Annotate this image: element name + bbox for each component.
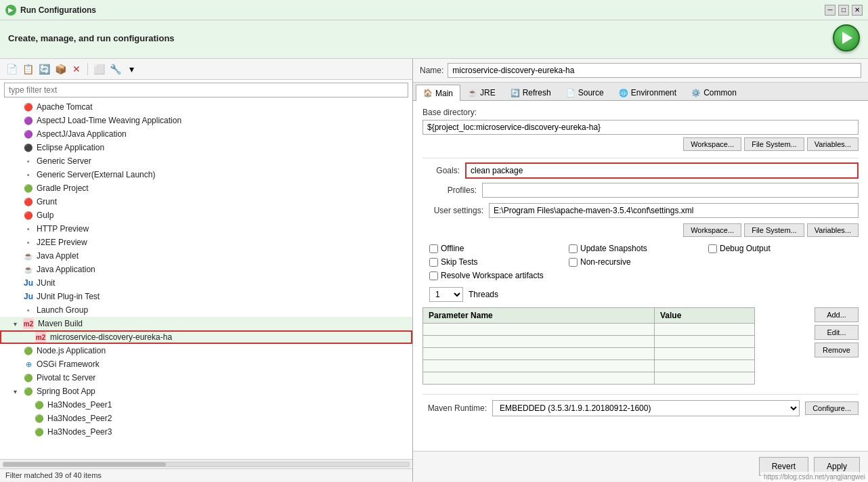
param-value-cell[interactable] [654, 324, 754, 336]
left-panel: 📄 📋 🔄 📦 ✕ ⬜ 🔧 ▾ 🔴 Apache Tomcat [0, 59, 413, 481]
tree-item-microservice[interactable]: m2 microservice-discovery-eureka-ha [0, 330, 412, 344]
update-snapshots-checkbox[interactable] [569, 244, 578, 253]
tab-refresh-label: Refresh [523, 88, 551, 97]
tree-item-peer1[interactable]: 🟢 Ha3Nodes_Peer1 [0, 398, 412, 412]
tree-item-apache-tomcat[interactable]: 🔴 Apache Tomcat [0, 100, 412, 114]
left-toolbar: 📄 📋 🔄 📦 ✕ ⬜ 🔧 ▾ [0, 59, 412, 80]
filesystem-btn-2[interactable]: File System... [744, 223, 804, 237]
filesystem-btn-1[interactable]: File System... [744, 137, 804, 151]
maven-runtime-select[interactable]: EMBEDDED (3.5.3/1.9.1.20180912-1600) [492, 400, 800, 416]
skip-tests-label: Skip Tests [441, 257, 477, 267]
name-input[interactable] [448, 63, 861, 78]
resolve-workspace-label: Resolve Workspace artifacts [441, 271, 544, 280]
tree-item-peer3[interactable]: 🟢 Ha3Nodes_Peer3 [0, 425, 412, 439]
configure-maven-btn[interactable]: Configure... [805, 401, 859, 415]
tree-item-pivotal[interactable]: 🟢 Pivotal tc Server [0, 371, 412, 385]
goals-row: Goals: [422, 162, 859, 179]
junit-plugin-label: JUnit Plug-in Test [37, 292, 100, 301]
refresh-tab-icon: 🔄 [511, 89, 520, 97]
tree-item-aspectj-ltw[interactable]: 🟣 AspectJ Load-Time Weaving Application [0, 114, 412, 127]
tab-environment[interactable]: 🌐 Environment [611, 85, 684, 100]
filter-input[interactable] [4, 83, 408, 97]
expand-btn[interactable]: 🔧 [108, 62, 123, 76]
watermark: https://blog.csdn.net/yangjiangwei [761, 472, 868, 482]
jre-tab-icon: ☕ [468, 89, 477, 97]
tree-item-nodejs[interactable]: 🟢 Node.js Application [0, 344, 412, 357]
run-button[interactable] [833, 24, 860, 51]
filter-btn[interactable]: 📦 [53, 62, 68, 76]
maximize-btn[interactable]: □ [838, 5, 849, 16]
tree-item-j2ee[interactable]: ▪ J2EE Preview [0, 236, 412, 249]
tree-item-generic-server[interactable]: ▪ Generic Server [0, 154, 412, 168]
maven-runtime-label: Maven Runtime: [422, 403, 487, 413]
tree-item-java-app[interactable]: ☕ Java Application [0, 263, 412, 276]
collapse-btn[interactable]: ⬜ [91, 62, 106, 76]
workspace-btn-2[interactable]: Workspace... [683, 223, 741, 237]
threads-select[interactable]: 1 2 4 [429, 287, 463, 302]
aspectj-java-icon: 🟣 [23, 129, 34, 139]
minimize-btn[interactable]: ─ [825, 5, 836, 16]
run-icon [842, 32, 852, 44]
tree-item-junit[interactable]: Ju JUnit [0, 276, 412, 290]
checkboxes-section: Offline Update Snapshots Debug Output Sk… [422, 244, 859, 280]
debug-output-checkbox[interactable] [708, 244, 717, 253]
tree-item-java-applet[interactable]: ☕ Java Applet [0, 249, 412, 263]
scrollbar-thumb[interactable] [3, 462, 166, 466]
j2ee-label: J2EE Preview [37, 238, 87, 247]
variables-btn-1[interactable]: Variables... [807, 137, 859, 151]
tree-item-generic-server-ext[interactable]: ▪ Generic Server(External Launch) [0, 168, 412, 181]
checkbox-offline: Offline [429, 244, 565, 253]
aspectj-ltw-icon: 🟣 [23, 115, 34, 126]
tree-item-gradle[interactable]: 🟢 Gradle Project [0, 181, 412, 195]
non-recursive-checkbox[interactable] [569, 258, 578, 267]
goals-input[interactable] [465, 162, 859, 179]
junit-label: JUnit [37, 278, 55, 288]
edit-param-btn[interactable]: Edit... [815, 325, 859, 340]
tree-item-launch-group[interactable]: ▪ Launch Group [0, 303, 412, 317]
tree-item-junit-plugin[interactable]: Ju JUnit Plug-in Test [0, 290, 412, 303]
tree-item-aspectj-java[interactable]: 🟣 AspectJ/Java Application [0, 127, 412, 141]
offline-checkbox[interactable] [429, 244, 438, 253]
tab-source-label: Source [578, 88, 604, 97]
offline-label: Offline [441, 244, 464, 253]
more-btn[interactable]: ▾ [124, 62, 139, 76]
remove-param-btn[interactable]: Remove [815, 343, 859, 357]
scrollbar-track[interactable] [3, 462, 410, 467]
close-btn[interactable]: ✕ [852, 5, 863, 16]
horizontal-scrollbar[interactable] [0, 459, 412, 468]
tree-item-eclipse-app[interactable]: ⚫ Eclipse Application [0, 141, 412, 154]
delete-btn[interactable]: 🔄 [37, 62, 51, 76]
new-config-btn[interactable]: 📄 [4, 62, 19, 76]
skip-tests-checkbox[interactable] [429, 258, 438, 267]
tab-source[interactable]: 📄 Source [559, 85, 611, 100]
tree-item-grunt[interactable]: 🔴 Grunt [0, 195, 412, 209]
profiles-input[interactable] [482, 183, 859, 198]
maven-runtime-row: Maven Runtime: EMBEDDED (3.5.3/1.9.1.201… [422, 394, 859, 422]
tab-refresh[interactable]: 🔄 Refresh [503, 85, 559, 100]
user-settings-input[interactable] [489, 203, 859, 218]
tree-item-osgi[interactable]: ⊕ OSGi Framework [0, 357, 412, 371]
tab-common[interactable]: ⚙️ Common [684, 85, 744, 100]
tree-item-spring-boot[interactable]: ▾ 🟢 Spring Boot App [0, 385, 412, 398]
param-row-empty-2 [423, 336, 755, 348]
tab-main[interactable]: 🏠 Main [416, 85, 460, 101]
base-dir-input[interactable] [422, 120, 859, 135]
tab-jre[interactable]: ☕ JRE [460, 85, 503, 100]
update-snapshots-label: Update Snapshots [580, 244, 647, 253]
tree-item-gulp[interactable]: 🔴 Gulp [0, 209, 412, 222]
param-name-cell[interactable] [423, 324, 655, 336]
peer2-icon: 🟢 [34, 413, 45, 424]
param-header-value: Value [654, 308, 754, 324]
variables-btn-2[interactable]: Variables... [807, 223, 859, 237]
tree-item-http-preview[interactable]: ▪ HTTP Preview [0, 222, 412, 236]
add-param-btn[interactable]: Add... [815, 307, 859, 322]
tree-item-maven-build[interactable]: ▾ m2 Maven Build [0, 317, 412, 330]
spring-boot-label: Spring Boot App [37, 387, 95, 396]
sep1 [87, 63, 88, 75]
tree-item-peer2[interactable]: 🟢 Ha3Nodes_Peer2 [0, 412, 412, 425]
workspace-btn-1[interactable]: Workspace... [683, 137, 741, 151]
peer3-label: Ha3Nodes_Peer3 [47, 427, 112, 437]
remove-btn[interactable]: ✕ [69, 62, 84, 76]
resolve-workspace-checkbox[interactable] [429, 271, 438, 280]
duplicate-btn[interactable]: 📋 [20, 62, 35, 76]
